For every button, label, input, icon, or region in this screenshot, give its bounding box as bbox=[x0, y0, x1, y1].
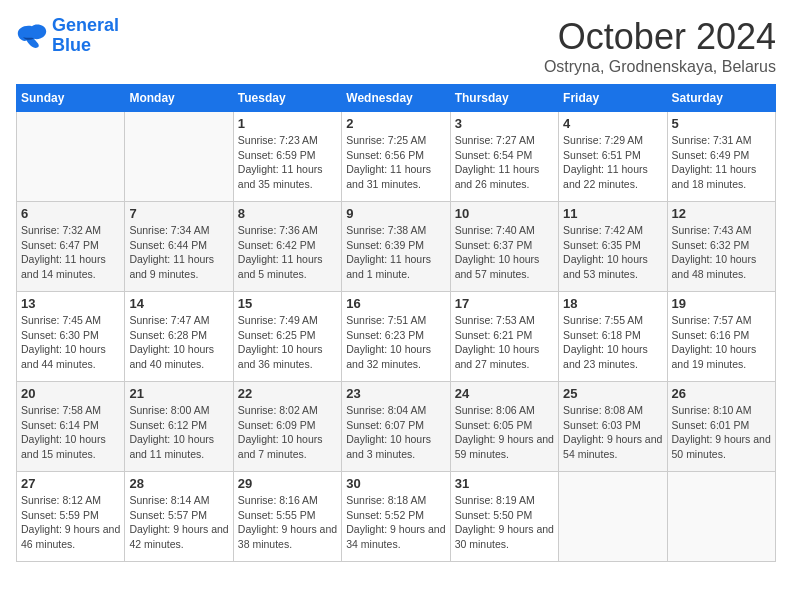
day-detail: Sunrise: 7:45 AM Sunset: 6:30 PM Dayligh… bbox=[21, 313, 120, 372]
calendar-day-cell: 27Sunrise: 8:12 AM Sunset: 5:59 PM Dayli… bbox=[17, 472, 125, 562]
calendar-day-cell: 6Sunrise: 7:32 AM Sunset: 6:47 PM Daylig… bbox=[17, 202, 125, 292]
day-number: 9 bbox=[346, 206, 445, 221]
day-detail: Sunrise: 8:16 AM Sunset: 5:55 PM Dayligh… bbox=[238, 493, 337, 552]
calendar-day-cell: 21Sunrise: 8:00 AM Sunset: 6:12 PM Dayli… bbox=[125, 382, 233, 472]
logo-icon bbox=[16, 22, 48, 50]
weekday-header: Friday bbox=[559, 85, 667, 112]
calendar-day-cell: 28Sunrise: 8:14 AM Sunset: 5:57 PM Dayli… bbox=[125, 472, 233, 562]
day-number: 4 bbox=[563, 116, 662, 131]
day-number: 18 bbox=[563, 296, 662, 311]
day-detail: Sunrise: 7:57 AM Sunset: 6:16 PM Dayligh… bbox=[672, 313, 771, 372]
day-number: 25 bbox=[563, 386, 662, 401]
day-detail: Sunrise: 7:27 AM Sunset: 6:54 PM Dayligh… bbox=[455, 133, 554, 192]
calendar-day-cell: 24Sunrise: 8:06 AM Sunset: 6:05 PM Dayli… bbox=[450, 382, 558, 472]
calendar-week-row: 13Sunrise: 7:45 AM Sunset: 6:30 PM Dayli… bbox=[17, 292, 776, 382]
day-number: 14 bbox=[129, 296, 228, 311]
calendar-day-cell: 13Sunrise: 7:45 AM Sunset: 6:30 PM Dayli… bbox=[17, 292, 125, 382]
day-number: 2 bbox=[346, 116, 445, 131]
calendar-day-cell: 12Sunrise: 7:43 AM Sunset: 6:32 PM Dayli… bbox=[667, 202, 775, 292]
calendar-day-cell: 10Sunrise: 7:40 AM Sunset: 6:37 PM Dayli… bbox=[450, 202, 558, 292]
day-detail: Sunrise: 7:34 AM Sunset: 6:44 PM Dayligh… bbox=[129, 223, 228, 282]
weekday-header: Sunday bbox=[17, 85, 125, 112]
day-number: 27 bbox=[21, 476, 120, 491]
day-detail: Sunrise: 7:25 AM Sunset: 6:56 PM Dayligh… bbox=[346, 133, 445, 192]
calendar-day-cell: 18Sunrise: 7:55 AM Sunset: 6:18 PM Dayli… bbox=[559, 292, 667, 382]
page-header: General Blue October 2024 Ostryna, Grodn… bbox=[16, 16, 776, 76]
day-number: 21 bbox=[129, 386, 228, 401]
day-number: 15 bbox=[238, 296, 337, 311]
calendar-day-cell: 20Sunrise: 7:58 AM Sunset: 6:14 PM Dayli… bbox=[17, 382, 125, 472]
weekday-header-row: SundayMondayTuesdayWednesdayThursdayFrid… bbox=[17, 85, 776, 112]
day-detail: Sunrise: 7:23 AM Sunset: 6:59 PM Dayligh… bbox=[238, 133, 337, 192]
day-number: 12 bbox=[672, 206, 771, 221]
location-subtitle: Ostryna, Grodnenskaya, Belarus bbox=[544, 58, 776, 76]
calendar-week-row: 6Sunrise: 7:32 AM Sunset: 6:47 PM Daylig… bbox=[17, 202, 776, 292]
day-number: 24 bbox=[455, 386, 554, 401]
calendar-day-cell: 19Sunrise: 7:57 AM Sunset: 6:16 PM Dayli… bbox=[667, 292, 775, 382]
calendar-day-cell: 22Sunrise: 8:02 AM Sunset: 6:09 PM Dayli… bbox=[233, 382, 341, 472]
day-detail: Sunrise: 7:55 AM Sunset: 6:18 PM Dayligh… bbox=[563, 313, 662, 372]
day-detail: Sunrise: 7:43 AM Sunset: 6:32 PM Dayligh… bbox=[672, 223, 771, 282]
day-detail: Sunrise: 7:58 AM Sunset: 6:14 PM Dayligh… bbox=[21, 403, 120, 462]
day-detail: Sunrise: 7:47 AM Sunset: 6:28 PM Dayligh… bbox=[129, 313, 228, 372]
logo-text: General Blue bbox=[52, 16, 119, 56]
day-detail: Sunrise: 8:12 AM Sunset: 5:59 PM Dayligh… bbox=[21, 493, 120, 552]
day-detail: Sunrise: 7:49 AM Sunset: 6:25 PM Dayligh… bbox=[238, 313, 337, 372]
day-detail: Sunrise: 7:29 AM Sunset: 6:51 PM Dayligh… bbox=[563, 133, 662, 192]
calendar-day-cell: 25Sunrise: 8:08 AM Sunset: 6:03 PM Dayli… bbox=[559, 382, 667, 472]
calendar-day-cell: 7Sunrise: 7:34 AM Sunset: 6:44 PM Daylig… bbox=[125, 202, 233, 292]
calendar-day-cell bbox=[559, 472, 667, 562]
calendar-week-row: 27Sunrise: 8:12 AM Sunset: 5:59 PM Dayli… bbox=[17, 472, 776, 562]
day-number: 30 bbox=[346, 476, 445, 491]
day-detail: Sunrise: 7:36 AM Sunset: 6:42 PM Dayligh… bbox=[238, 223, 337, 282]
calendar-day-cell: 8Sunrise: 7:36 AM Sunset: 6:42 PM Daylig… bbox=[233, 202, 341, 292]
calendar-day-cell: 16Sunrise: 7:51 AM Sunset: 6:23 PM Dayli… bbox=[342, 292, 450, 382]
day-detail: Sunrise: 7:31 AM Sunset: 6:49 PM Dayligh… bbox=[672, 133, 771, 192]
day-number: 26 bbox=[672, 386, 771, 401]
calendar-day-cell: 15Sunrise: 7:49 AM Sunset: 6:25 PM Dayli… bbox=[233, 292, 341, 382]
title-section: October 2024 Ostryna, Grodnenskaya, Bela… bbox=[544, 16, 776, 76]
weekday-header: Monday bbox=[125, 85, 233, 112]
day-number: 11 bbox=[563, 206, 662, 221]
day-detail: Sunrise: 8:19 AM Sunset: 5:50 PM Dayligh… bbox=[455, 493, 554, 552]
day-number: 6 bbox=[21, 206, 120, 221]
day-detail: Sunrise: 7:38 AM Sunset: 6:39 PM Dayligh… bbox=[346, 223, 445, 282]
day-number: 19 bbox=[672, 296, 771, 311]
day-number: 8 bbox=[238, 206, 337, 221]
calendar-day-cell: 17Sunrise: 7:53 AM Sunset: 6:21 PM Dayli… bbox=[450, 292, 558, 382]
day-number: 3 bbox=[455, 116, 554, 131]
calendar-day-cell: 11Sunrise: 7:42 AM Sunset: 6:35 PM Dayli… bbox=[559, 202, 667, 292]
day-detail: Sunrise: 7:51 AM Sunset: 6:23 PM Dayligh… bbox=[346, 313, 445, 372]
day-detail: Sunrise: 8:02 AM Sunset: 6:09 PM Dayligh… bbox=[238, 403, 337, 462]
day-number: 20 bbox=[21, 386, 120, 401]
day-number: 31 bbox=[455, 476, 554, 491]
calendar-day-cell bbox=[667, 472, 775, 562]
day-number: 17 bbox=[455, 296, 554, 311]
logo: General Blue bbox=[16, 16, 119, 56]
calendar-day-cell: 30Sunrise: 8:18 AM Sunset: 5:52 PM Dayli… bbox=[342, 472, 450, 562]
calendar-day-cell: 4Sunrise: 7:29 AM Sunset: 6:51 PM Daylig… bbox=[559, 112, 667, 202]
day-detail: Sunrise: 7:40 AM Sunset: 6:37 PM Dayligh… bbox=[455, 223, 554, 282]
weekday-header: Wednesday bbox=[342, 85, 450, 112]
day-number: 28 bbox=[129, 476, 228, 491]
day-detail: Sunrise: 8:08 AM Sunset: 6:03 PM Dayligh… bbox=[563, 403, 662, 462]
calendar-day-cell: 5Sunrise: 7:31 AM Sunset: 6:49 PM Daylig… bbox=[667, 112, 775, 202]
day-number: 22 bbox=[238, 386, 337, 401]
day-detail: Sunrise: 8:10 AM Sunset: 6:01 PM Dayligh… bbox=[672, 403, 771, 462]
day-number: 10 bbox=[455, 206, 554, 221]
weekday-header: Saturday bbox=[667, 85, 775, 112]
day-number: 23 bbox=[346, 386, 445, 401]
day-detail: Sunrise: 7:53 AM Sunset: 6:21 PM Dayligh… bbox=[455, 313, 554, 372]
day-detail: Sunrise: 8:18 AM Sunset: 5:52 PM Dayligh… bbox=[346, 493, 445, 552]
calendar-day-cell bbox=[125, 112, 233, 202]
calendar-day-cell: 23Sunrise: 8:04 AM Sunset: 6:07 PM Dayli… bbox=[342, 382, 450, 472]
day-detail: Sunrise: 8:14 AM Sunset: 5:57 PM Dayligh… bbox=[129, 493, 228, 552]
calendar-day-cell: 1Sunrise: 7:23 AM Sunset: 6:59 PM Daylig… bbox=[233, 112, 341, 202]
calendar-day-cell bbox=[17, 112, 125, 202]
day-number: 16 bbox=[346, 296, 445, 311]
day-detail: Sunrise: 8:04 AM Sunset: 6:07 PM Dayligh… bbox=[346, 403, 445, 462]
calendar-table: SundayMondayTuesdayWednesdayThursdayFrid… bbox=[16, 84, 776, 562]
day-detail: Sunrise: 7:32 AM Sunset: 6:47 PM Dayligh… bbox=[21, 223, 120, 282]
weekday-header: Thursday bbox=[450, 85, 558, 112]
day-detail: Sunrise: 8:00 AM Sunset: 6:12 PM Dayligh… bbox=[129, 403, 228, 462]
